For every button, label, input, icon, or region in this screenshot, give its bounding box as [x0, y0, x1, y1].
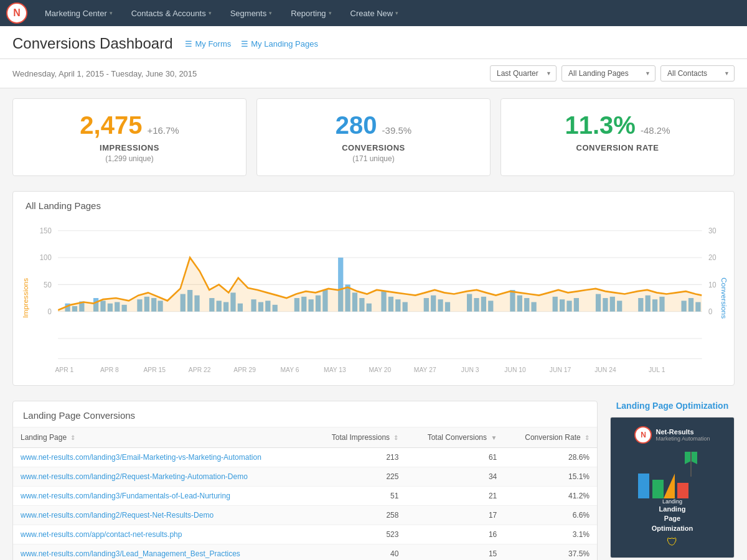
table-cell-impressions: 523: [311, 525, 406, 544]
svg-text:APR 8: APR 8: [100, 366, 119, 373]
period-select-wrap: Last Quarter This Quarter Last Month Thi…: [490, 65, 557, 82]
nav-items: Marketing Center ▾ Contacts & Accounts ▾…: [36, 4, 407, 23]
promo-brand-text: Net-Results: [655, 428, 710, 436]
header-links: ☰ My Forms ☰ My Landing Pages: [185, 39, 317, 49]
chevron-down-icon: ▾: [269, 10, 272, 16]
period-select[interactable]: Last Quarter This Quarter Last Month Thi…: [490, 65, 557, 82]
table-cell-impressions: 213: [311, 448, 406, 467]
table-cell-url[interactable]: www.net-results.com/landing2/Request-Mar…: [13, 467, 311, 487]
table-cell-url[interactable]: www.net-results.com/landing3/Lead_Manage…: [13, 544, 311, 561]
svg-text:10: 10: [708, 280, 716, 288]
chevron-down-icon: ▾: [395, 10, 398, 16]
svg-rect-102: [677, 483, 688, 498]
table-cell-url[interactable]: www.net-results.com/landing3/Email-Marke…: [13, 448, 311, 467]
nav-create-new[interactable]: Create New ▾: [342, 4, 408, 23]
conversions-sub: (171 unique): [270, 154, 477, 163]
logo[interactable]: N: [6, 2, 27, 24]
table-row: www.net-results.com/landing3/Lead_Manage…: [13, 544, 597, 561]
sort-icon: ⇕: [70, 434, 75, 441]
impressions-sub: (1,299 unique): [26, 154, 233, 163]
nav-reporting[interactable]: Reporting ▾: [282, 4, 340, 23]
promo-logo: N: [634, 426, 652, 444]
chart-container: 150 100 50 0 30 20 10 0 Impressions Conv…: [19, 217, 728, 379]
promo-brand-sub: Marketing Automation: [655, 436, 710, 442]
svg-text:0: 0: [708, 307, 713, 315]
table-cell-impressions: 225: [311, 467, 406, 487]
conversions-table: Landing Page ⇕ Total Impressions ⇕ Total…: [13, 427, 597, 560]
filter-selects: Last Quarter This Quarter Last Month Thi…: [490, 65, 735, 82]
table-row: www.net-results.com/app/contact-net-resu…: [13, 525, 597, 544]
date-range: Wednesday, April 1, 2015 - Tuesday, June…: [12, 69, 197, 78]
svg-rect-100: [652, 480, 664, 498]
col-conversions[interactable]: Total Conversions ▼: [406, 427, 504, 448]
chart-title: All Landing Pages: [19, 200, 728, 211]
table-cell-url[interactable]: www.net-results.com/landing3/Fundamental…: [13, 487, 311, 506]
stat-card-conversions: 280 -39.5% CONVERSIONS (171 unique): [256, 98, 491, 176]
logo-letter: N: [13, 7, 21, 19]
svg-text:APR 15: APR 15: [143, 366, 166, 373]
promo-title: Landing Page Optimization: [610, 401, 735, 411]
svg-text:JUN 3: JUN 3: [461, 366, 479, 373]
svg-marker-101: [664, 474, 675, 498]
impressions-label: IMPRESSIONS: [26, 143, 233, 152]
col-impressions[interactable]: Total Impressions ⇕: [311, 427, 406, 448]
table-cell-url[interactable]: www.net-results.com/landing2/Request-Net…: [13, 506, 311, 525]
svg-text:100: 100: [40, 253, 52, 261]
table-cell-rate: 41.2%: [504, 487, 597, 506]
table-cell-conversions: 17: [406, 506, 504, 525]
table-row: www.net-results.com/landing2/Request-Mar…: [13, 467, 597, 487]
nav-segments[interactable]: Segments ▾: [222, 4, 281, 23]
svg-text:APR 29: APR 29: [233, 366, 256, 373]
table-cell-conversions: 61: [406, 448, 504, 467]
table-section: Landing Page Conversions Landing Page ⇕ …: [12, 401, 598, 560]
svg-text:APR 22: APR 22: [189, 366, 211, 373]
pages-select-wrap: All Landing Pages Select Landing Page: [561, 65, 655, 82]
nav-marketing-center[interactable]: Marketing Center ▾: [36, 4, 121, 23]
svg-text:MAY 13: MAY 13: [324, 366, 346, 373]
stat-cards: 2,475 +16.7% IMPRESSIONS (1,299 unique) …: [12, 98, 735, 176]
list-icon: ☰: [241, 39, 248, 49]
table-cell-conversions: 16: [406, 525, 504, 544]
impressions-value: 2,475: [80, 111, 142, 139]
table-title: Landing Page Conversions: [13, 401, 597, 427]
table-cell-url[interactable]: www.net-results.com/app/contact-net-resu…: [13, 525, 311, 544]
table-cell-impressions: 258: [311, 506, 406, 525]
contacts-select-wrap: All Contacts Select Contact: [660, 65, 735, 82]
table-row: www.net-results.com/landing2/Request-Net…: [13, 506, 597, 525]
svg-text:Impressions: Impressions: [22, 278, 30, 318]
table-cell-conversions: 21: [406, 487, 504, 506]
contacts-select[interactable]: All Contacts Select Contact: [660, 65, 735, 82]
table-cell-rate: 15.1%: [504, 467, 597, 487]
table-cell-impressions: 51: [311, 487, 406, 506]
svg-text:APR 1: APR 1: [55, 366, 73, 373]
chart-svg: 150 100 50 0 30 20 10 0 Impressions Conv…: [19, 217, 728, 379]
svg-text:MAY 20: MAY 20: [369, 366, 391, 373]
col-landing-page[interactable]: Landing Page ⇕: [13, 427, 311, 448]
rate-change: -48.2%: [641, 125, 670, 136]
table-cell-rate: 6.6%: [504, 506, 597, 525]
table-header-row: Landing Page ⇕ Total Impressions ⇕ Total…: [13, 427, 597, 448]
svg-text:50: 50: [44, 280, 52, 288]
table-cell-impressions: 40: [311, 544, 406, 561]
pages-select[interactable]: All Landing Pages Select Landing Page: [561, 65, 655, 82]
table-cell-rate: 3.1%: [504, 525, 597, 544]
sidebar-promo: Landing Page Optimization N Net-Results …: [610, 401, 735, 560]
page-title: Conversions Dashboard: [12, 35, 172, 52]
table-cell-rate: 37.5%: [504, 544, 597, 561]
table-row: www.net-results.com/landing3/Fundamental…: [13, 487, 597, 506]
svg-text:20: 20: [708, 253, 716, 261]
svg-text:MAY 27: MAY 27: [414, 366, 436, 373]
my-landing-pages-link[interactable]: ☰ My Landing Pages: [241, 39, 318, 49]
nav-contacts-accounts[interactable]: Contacts & Accounts ▾: [123, 4, 220, 23]
svg-text:MAY 6: MAY 6: [280, 366, 299, 373]
impressions-change: +16.7%: [147, 125, 179, 136]
main-content: 2,475 +16.7% IMPRESSIONS (1,299 unique) …: [0, 88, 747, 560]
col-rate[interactable]: Conversion Rate ⇕: [504, 427, 597, 448]
sort-icon: ⇕: [393, 434, 398, 441]
my-forms-link[interactable]: ☰ My Forms: [185, 39, 231, 49]
stat-card-rate: 11.3% -48.2% CONVERSION RATE: [500, 98, 735, 176]
svg-text:Landing: Landing: [662, 498, 682, 505]
sort-icon: ⇕: [585, 434, 590, 441]
promo-card: N Net-Results Marketing Automation: [610, 417, 735, 558]
table-cell-rate: 28.6%: [504, 448, 597, 467]
